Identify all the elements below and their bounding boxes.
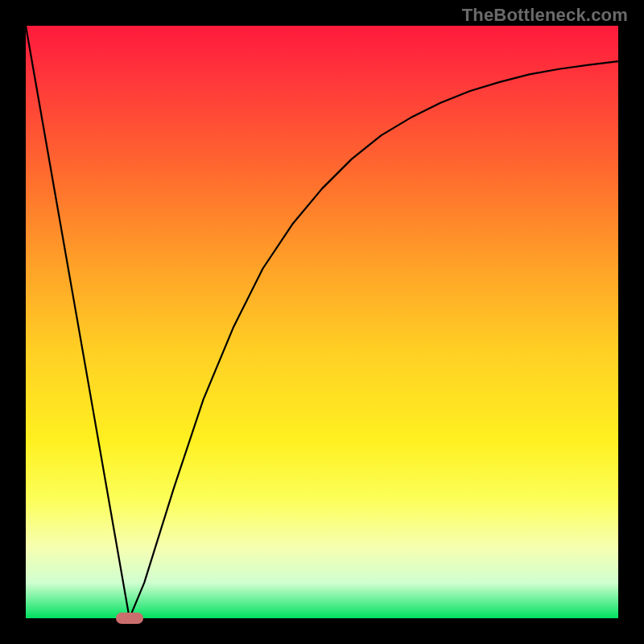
optimal-marker xyxy=(116,613,143,624)
plot-area xyxy=(26,26,618,618)
chart-frame: TheBottleneck.com xyxy=(0,0,644,644)
bottleneck-curve xyxy=(26,26,618,618)
watermark-text: TheBottleneck.com xyxy=(462,5,628,26)
